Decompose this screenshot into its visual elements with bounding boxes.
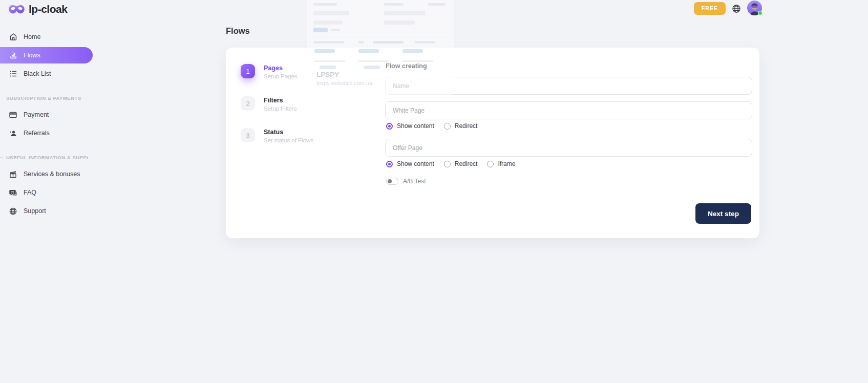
sidebar-item-label: Payment	[24, 111, 49, 118]
step-pages[interactable]: 1 Pages Setup Pages	[241, 64, 298, 79]
home-icon	[9, 33, 17, 41]
radio-unselected-icon	[444, 161, 451, 167]
sidebar-item-label: Home	[24, 33, 40, 40]
radio-selected-icon	[386, 123, 393, 130]
sidebar-item-black-list[interactable]: Black List	[0, 66, 93, 82]
svg-text:?!: ?!	[11, 190, 14, 194]
radio-label: Iframe	[498, 160, 515, 167]
sidebar-item-flows[interactable]: Flows	[0, 47, 93, 63]
plan-badge[interactable]: FREE	[694, 2, 726, 15]
sidebar-item-label: FAQ	[24, 189, 36, 196]
sidebar-item-referrals[interactable]: Referrals	[0, 125, 88, 141]
sidebar-section-support: USEFUL INFORMATION & SUPPORT Services & …	[0, 155, 88, 222]
step-title: Filters	[264, 96, 297, 104]
sidebar-section-payments: SUBSCRIPTION & PAYMENTS Payment	[0, 95, 88, 144]
step-number-badge: 2	[241, 96, 255, 111]
step-subtitle: Setup Filters	[264, 105, 297, 112]
step-status[interactable]: 3 Status Set status of Flows	[241, 128, 313, 143]
user-avatar[interactable]	[747, 1, 762, 15]
radio-label: Redirect	[455, 160, 478, 167]
radio-label: Show content	[397, 160, 434, 167]
section-label: SUBSCRIPTION & PAYMENTS	[0, 95, 88, 101]
support-globe-icon	[9, 207, 17, 216]
header-actions: FREE	[694, 0, 762, 15]
step-number-badge: 3	[241, 128, 255, 142]
next-step-button[interactable]: Next step	[695, 203, 751, 224]
ab-test-toggle[interactable]	[386, 178, 398, 185]
ab-test-label: A/B Test	[403, 178, 426, 185]
list-icon	[9, 70, 17, 78]
brand-name: lp-cloak	[29, 3, 67, 15]
radio-show-content[interactable]: Show content	[386, 160, 434, 167]
step-title: Status	[264, 128, 313, 136]
sidebar-item-label: Flows	[24, 52, 40, 59]
radio-label: Redirect	[455, 122, 478, 130]
white-page-input[interactable]	[385, 101, 752, 119]
sidebar-item-home[interactable]: Home	[0, 29, 93, 45]
sidebar-item-label: Referrals	[24, 130, 50, 137]
radio-redirect[interactable]: Redirect	[444, 160, 478, 167]
radio-label: Show content	[397, 122, 434, 130]
faq-bubble-icon: ?!	[9, 188, 17, 197]
radio-unselected-icon	[444, 123, 451, 130]
referral-user-icon	[9, 129, 17, 138]
page-title: Flows	[226, 26, 250, 36]
form-heading: Flow creating	[386, 62, 427, 70]
white-page-mode-options: Show content Redirect	[386, 122, 477, 130]
sidebar-item-label: Services & bonuses	[24, 171, 80, 178]
mask-icon	[8, 4, 25, 15]
sidebar-item-services-bonuses[interactable]: Services & bonuses	[0, 166, 88, 182]
online-status-dot	[758, 11, 763, 15]
offer-page-input[interactable]	[385, 139, 752, 157]
sidebar-item-faq[interactable]: ?! FAQ	[0, 185, 88, 200]
brand-logo[interactable]: lp-cloak	[8, 3, 67, 15]
step-subtitle: Setup Pages	[264, 73, 298, 79]
radio-iframe[interactable]: Iframe	[487, 160, 515, 167]
step-title: Pages	[264, 64, 298, 72]
step-filters[interactable]: 2 Filters Setup Filters	[241, 96, 297, 112]
credit-card-icon	[9, 111, 17, 119]
language-globe-icon[interactable]	[732, 4, 741, 13]
gift-icon	[9, 170, 17, 179]
flow-creation-card: 1 Pages Setup Pages 2 Filters Setup Filt…	[226, 48, 759, 238]
flows-icon	[9, 51, 17, 60]
sidebar-nav: Home Flows	[0, 29, 93, 84]
step-subtitle: Set status of Flows	[264, 137, 313, 143]
radio-redirect[interactable]: Redirect	[444, 122, 478, 130]
sidebar-item-support[interactable]: Support	[0, 203, 88, 219]
step-number-badge: 1	[241, 64, 255, 78]
ab-test-toggle-row: A/B Test	[386, 178, 426, 185]
toggle-knob	[388, 179, 392, 183]
sidebar: lp-cloak Home Flows	[0, 0, 93, 383]
card-divider	[370, 48, 370, 238]
sidebar-item-label: Support	[24, 207, 46, 215]
offer-page-mode-options: Show content Redirect Iframe	[386, 160, 515, 167]
flow-name-input[interactable]	[385, 77, 752, 95]
radio-selected-icon	[386, 161, 393, 167]
radio-show-content[interactable]: Show content	[386, 122, 434, 130]
radio-unselected-icon	[487, 161, 494, 167]
section-label: USEFUL INFORMATION & SUPPORT	[0, 155, 88, 160]
sidebar-item-label: Black List	[24, 70, 51, 77]
sidebar-item-payment[interactable]: Payment	[0, 107, 88, 122]
